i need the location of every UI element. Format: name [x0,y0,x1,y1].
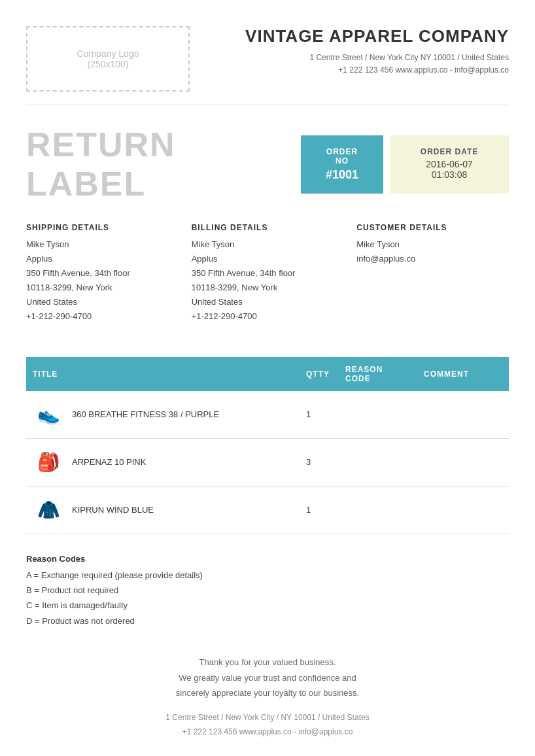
company-address-line1: 1 Centre Street / New York City NY 10001… [245,52,509,64]
order-date-label: ORDER DATE [408,147,491,156]
footer-contact: +1 222 123 456 www.applus.co - info@appl… [26,725,509,740]
product-reason-2 [339,486,417,534]
billing-address2: 10118-3299, New York [192,281,344,295]
details-section: SHIPPING DETAILS Mike Tyson Applus 350 F… [26,223,509,337]
product-title-0: 360 BREATHE FITNESS 38 / PURPLE [72,409,219,419]
customer-title: CUSTOMER DETAILS [356,223,509,232]
shipping-address2: 10118-3299, New York [26,281,179,295]
billing-address1: 350 Fifth Avenue, 34th floor [192,266,344,281]
order-date-box: ORDER DATE 2016-06-07 01:03:08 [390,135,509,194]
reason-code-item: A = Exchange required (please provide de… [26,568,509,583]
items-table: TITLE QTTY REASON CODE COMMENT 👟 360 BRE… [26,357,509,534]
footer-line2: We greatly value your trust and confiden… [26,670,509,685]
shipping-phone: +1-212-290-4700 [26,309,179,324]
billing-company: Applus [192,252,344,266]
product-comment-1 [417,438,509,486]
reason-code-item: D = Product was not ordered [26,613,509,628]
order-no-label: ORDER NO [319,147,365,165]
reason-codes-section: Reason Codes A = Exchange required (plea… [26,554,509,629]
product-icon-2: 🧥 [33,494,64,526]
customer-name: Mike Tyson [356,237,509,252]
billing-country: United States [192,295,344,309]
billing-name: Mike Tyson [192,237,344,252]
col-qty: QTTY [300,357,339,391]
reason-code-item: B = Product not required [26,583,509,598]
product-icon-0: 👟 [33,399,64,430]
reason-codes-title: Reason Codes [26,554,509,564]
footer-address: 1 Centre Street / New York City / NY 100… [26,711,509,725]
table-header-row: TITLE QTTY REASON CODE COMMENT [26,357,509,391]
product-title-2: KİPRUN WİND BLUE [72,505,154,515]
product-qty-2: 1 [300,486,339,534]
product-qty-0: 1 [300,391,339,439]
logo-text: Company Logo [77,48,139,59]
return-label-title: RETURN LABEL [26,125,301,203]
footer-line1: Thank you for your valued business. [26,655,509,670]
footer-line3: sincerely appreciate your loyalty to our… [26,685,509,700]
table-row: 👟 360 BREATHE FITNESS 38 / PURPLE 1 [26,391,509,439]
product-cell-2: 🧥 KİPRUN WİND BLUE [26,486,300,534]
label-section: RETURN LABEL ORDER NO #1001 ORDER DATE 2… [26,125,509,203]
logo-size: (250x100) [87,59,128,69]
table-row: 🧥 KİPRUN WİND BLUE 1 [26,486,509,534]
company-address-line2: +1 222 123 456 www.applus.co - info@appl… [245,64,509,77]
shipping-details: SHIPPING DETAILS Mike Tyson Applus 350 F… [26,223,179,324]
product-reason-1 [339,438,417,486]
table-row: 🎒 ARPENAZ 10 PINK 3 [26,438,509,486]
page-header: Company Logo (250x100) VINTAGE APPAREL C… [26,26,509,105]
billing-details: BILLING DETAILS Mike Tyson Applus 350 Fi… [192,223,344,324]
order-no-value: #1001 [319,168,365,182]
order-date-value: 2016-06-07 01:03:08 [408,159,491,180]
product-comment-0 [417,391,509,439]
product-comment-2 [417,486,509,534]
customer-email: info@applus.co [356,252,509,266]
col-comment: COMMENT [417,357,509,391]
company-info: VINTAGE APPAREL COMPANY 1 Centre Street … [245,26,509,77]
customer-details: CUSTOMER DETAILS Mike Tyson info@applus.… [356,223,509,324]
shipping-company: Applus [26,252,179,266]
company-name: VINTAGE APPAREL COMPANY [245,26,509,46]
order-no-box: ORDER NO #1001 [301,135,383,194]
shipping-title: SHIPPING DETAILS [26,223,179,232]
order-boxes: ORDER NO #1001 ORDER DATE 2016-06-07 01:… [301,135,509,194]
reason-codes-list: A = Exchange required (please provide de… [26,568,509,629]
page-footer: Thank you for your valued business. We g… [26,655,509,739]
col-reason: REASON CODE [339,357,417,391]
product-title-1: ARPENAZ 10 PINK [72,457,146,467]
billing-title: BILLING DETAILS [192,223,344,232]
billing-phone: +1-212-290-4700 [192,309,344,324]
company-logo: Company Logo (250x100) [26,26,190,92]
product-icon-1: 🎒 [33,447,64,478]
shipping-name: Mike Tyson [26,237,179,252]
product-cell-0: 👟 360 BREATHE FITNESS 38 / PURPLE [26,391,300,439]
col-title: TITLE [26,357,300,391]
product-qty-1: 3 [300,438,339,486]
product-reason-0 [339,391,417,439]
shipping-country: United States [26,295,179,309]
reason-code-item: C = Item is damaged/faulty [26,598,509,613]
shipping-address1: 350 Fifth Avenue, 34th floor [26,266,179,281]
product-cell-1: 🎒 ARPENAZ 10 PINK [26,438,300,486]
